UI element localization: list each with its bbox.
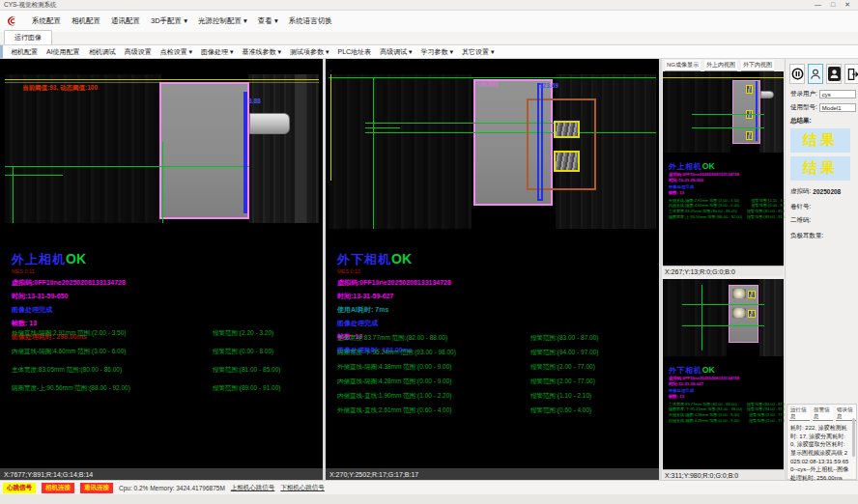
measure-marker	[537, 83, 543, 201]
menu-language-switch[interactable]: 系统语言切换	[289, 16, 332, 26]
exit-button[interactable]	[844, 64, 858, 84]
menu-view[interactable]: 查看 ▾	[258, 16, 278, 26]
lower-camera-heartbeat-link[interactable]: 下相机心跳信号	[280, 484, 325, 492]
menu-light-config[interactable]: 光源控制配置 ▾	[198, 16, 247, 26]
user-manage-button[interactable]	[826, 64, 842, 84]
measure-marker	[243, 92, 247, 213]
tab-lower-view[interactable]: 外下内视图	[741, 60, 774, 71]
thumbnail-upper[interactable]: 外上相机OK 虚拟码:0FF1line20250208133134728 时间:…	[663, 71, 784, 276]
status-bar: 心跳信号 相机连接 通讯连接 Cpu: 0.2% Memory: 3424.41…	[0, 480, 858, 494]
model-row: 使用型号: Model1	[790, 103, 856, 112]
tab-run-image[interactable]: 运行图像	[4, 30, 52, 44]
menu-bar: 系统配置 相机配置 通讯配置 3D手配置 ▾ 光源控制配置 ▾ 查看 ▾ 系统语…	[0, 11, 858, 32]
total-result-label: 总结果:	[790, 117, 812, 126]
upper-camera-heartbeat-link[interactable]: 上相机心跳信号	[231, 484, 275, 492]
overlay-line	[329, 77, 656, 78]
menu-3d-config[interactable]: 3D手配置 ▾	[151, 16, 187, 26]
user-icon	[810, 68, 821, 81]
measurement-row: 隔圈宽度-上:90.56mm 范围:(88.00 - 92.00) 报警范围:(…	[12, 384, 317, 393]
tab-detect-box	[554, 121, 580, 138]
tab-detect-box	[748, 310, 756, 318]
toolbar: 相机配置 AI使用配置 相机调试 高级设置 点检设置 ▾ 图像处理 ▾ 基准线参…	[0, 45, 858, 59]
exit-door-icon	[846, 68, 858, 81]
frame-count: 帧数: 13	[12, 319, 126, 328]
tool-advanced-debug[interactable]: 高级调试 ▾	[380, 47, 412, 57]
main-area: 当前阈值:93, 动态阈值:100 3.88 外上相机OK MES:0:11 虚…	[0, 59, 858, 480]
close-button[interactable]: ✕	[844, 1, 850, 9]
pause-button[interactable]	[789, 64, 805, 84]
login-user-field[interactable]: cys	[819, 90, 856, 98]
mes-status: MES:0:10	[337, 268, 451, 274]
overlay-line	[162, 142, 163, 223]
measurement-row: 内侧直线-隔圈:4.28mm 范围:(0.00 - 9.00) 报警范围:(2.…	[337, 378, 653, 386]
tool-advanced-settings[interactable]: 高级设置	[125, 47, 152, 57]
tool-learning-params[interactable]: 学习参数 ▾	[421, 47, 453, 57]
title-bar: CYS-视觉检测系统 — □ ✕	[0, 0, 858, 11]
log-scrollbar[interactable]	[852, 418, 855, 457]
tool-ai-config[interactable]: AI使用配置	[46, 47, 80, 57]
user-badge-icon	[828, 67, 841, 81]
tab-blob	[732, 308, 746, 318]
overlay-line	[701, 285, 702, 350]
minimize-button[interactable]: —	[815, 1, 821, 9]
overlay-line	[682, 325, 764, 326]
maximize-button[interactable]: □	[831, 1, 835, 9]
tool-camera-config[interactable]: 相机配置	[11, 47, 38, 57]
camera-panel-lower: AI检测框 123.69 外下相机OK MES:0:10 虚拟码:0FF1lin…	[326, 59, 659, 480]
model-field[interactable]: Model1	[819, 103, 856, 112]
log-text: 耗时: 222, 涂胶检测耗时: 17, 涂胶分离耗时: 0, 涂胶提取分区耗时…	[787, 422, 856, 483]
thumbnail-column: NG成像显示 外上内视图 外下内视图 外上相机OK 虚拟码:0FF1li	[662, 59, 785, 480]
barcode-row: 虚拟码: 20250208	[790, 187, 841, 196]
measurement-row: 外侧直线-隔圈:2.91mm 范围:(2.00 - 3.50) 报警范围:(2.…	[12, 329, 317, 338]
ai-box-label: AI检测框	[475, 80, 499, 89]
barcode-value: 20250208	[813, 188, 841, 195]
machinery-background	[5, 74, 161, 223]
measurement-row: 内侧直线-隔圈:4.60mm 范围:(3.00 - 6.00) 报警范围:(0.…	[12, 348, 317, 356]
camera-name: 外上相机	[669, 161, 702, 170]
log-panel: 运行信息 报警信息 错误信息 耗时: 222, 涂胶检测耗时: 17, 涂胶分离…	[786, 404, 857, 480]
tool-camera-debug[interactable]: 相机调试	[89, 47, 116, 57]
model-label: 使用型号:	[790, 103, 817, 112]
log-tab-alarm[interactable]: 报警信息	[813, 406, 833, 421]
camera-connect-badge: 相机连接	[42, 483, 74, 493]
tool-spotcheck-settings[interactable]: 点检设置 ▾	[160, 47, 192, 57]
tool-baseline-params[interactable]: 基准线参数 ▾	[243, 47, 281, 57]
camera-name: 外上相机	[12, 252, 66, 266]
result-ok: OK	[702, 161, 715, 171]
tool-plc-address[interactable]: PLC地址表	[338, 47, 372, 57]
tab-ng-display[interactable]: NG成像显示	[665, 60, 701, 71]
menu-comm-config[interactable]: 通讯配置	[111, 16, 140, 26]
menu-system-config[interactable]: 系统配置	[32, 16, 61, 26]
camera-view-upper[interactable]: 当前阈值:93, 动态阈值:100 3.88	[5, 74, 319, 223]
overlay-line	[365, 127, 400, 128]
barcode-text: 虚拟码:0FF1line20250208133134728	[12, 278, 126, 288]
machinery-background	[663, 71, 730, 153]
machinery-background	[663, 279, 727, 356]
tab-bar: 运行图像	[0, 32, 858, 45]
overlay-line	[5, 166, 249, 167]
tab-detect-box	[748, 291, 756, 298]
mes-status: MES:0:11	[12, 268, 126, 274]
login-user-row: 登录用户: cys	[790, 90, 856, 98]
log-tab-run[interactable]: 运行信息	[789, 406, 810, 421]
tool-image-processing[interactable]: 图像处理 ▾	[201, 47, 233, 57]
barcode-text: 虚拟码:0FF1line20250208133134728	[337, 278, 451, 288]
overlay-line	[692, 114, 764, 115]
tool-test-params[interactable]: 测试项参数 ▾	[290, 47, 329, 57]
user-login-button[interactable]	[808, 64, 823, 84]
overlay-line	[692, 127, 764, 128]
app-logo-icon	[6, 14, 19, 28]
menu-camera-config[interactable]: 相机配置	[72, 16, 100, 26]
overlay-line	[5, 175, 63, 176]
tab-detect-box	[746, 131, 753, 140]
comm-connect-badge: 通讯连接	[80, 483, 113, 493]
tab-detect-box	[746, 85, 753, 94]
camera-view-lower[interactable]: AI检测框 123.69	[329, 74, 656, 229]
thumbnail-lower[interactable]: 外下相机OK 虚拟码:0FF1line20250208133134728 时间:…	[663, 279, 784, 480]
overlay-line	[663, 77, 784, 78]
tab-upper-view[interactable]: 外上内视图	[704, 60, 737, 71]
ai-time-text: 使用AI耗时: 7ms	[337, 305, 451, 315]
tool-other-settings[interactable]: 其它设置 ▾	[462, 47, 494, 57]
qr-code-label: 二维码:	[790, 216, 811, 225]
measurement-row: 内侧直线-直线:1.90mm 范围:(1.00 - 2.20) 报警范围:(1.…	[337, 392, 653, 401]
